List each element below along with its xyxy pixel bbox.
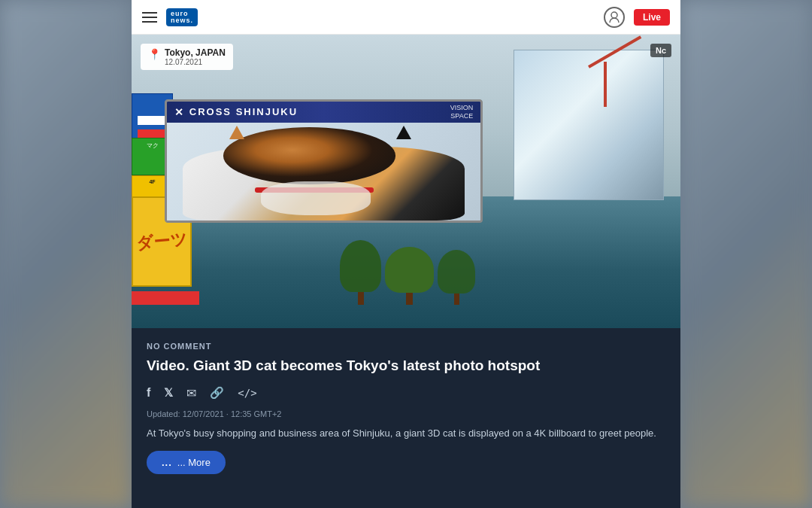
svg-point-0 [611,12,617,18]
trees-foreground [340,240,493,305]
blur-left-panel [0,0,132,508]
logo-news-text: news. [171,17,193,24]
location-pin-icon: 📍 [148,48,161,60]
facebook-share-button[interactable]: f [147,386,150,400]
article-tag: NO COMMENT [147,342,665,351]
blur-right-panel [680,0,812,508]
building-crane [514,50,664,200]
live-button[interactable]: Live [634,9,670,26]
embed-button[interactable]: </> [238,387,256,399]
more-dots: ... [162,457,172,468]
video-frame: マク 4F ダーツ ✕ CROSS SHINJUK [132,35,680,328]
nc-badge: Nc [650,44,671,57]
hamburger-menu-button[interactable] [142,12,157,23]
page-wrapper: euro news. Live [0,0,812,508]
location-badge: 📍 Tokyo, JAPAN 12.07.2021 [141,44,233,70]
billboard-cat-display [167,123,480,221]
more-button[interactable]: ... ... More [147,451,226,474]
share-row: f 𝕏 ✉ 🔗 </> [147,386,665,400]
article-excerpt: At Tokyo's busy shopping and business ar… [147,426,665,441]
billboard-vision: VISIONSPACE [450,104,474,120]
video-player[interactable]: マク 4F ダーツ ✕ CROSS SHINJUK [132,35,680,328]
article-title: Video. Giant 3D cat becomes Tokyo's late… [147,357,665,376]
site-logo[interactable]: euro news. [166,8,198,26]
billboard-logo: ✕ [174,106,183,118]
twitter-x-share-button[interactable]: 𝕏 [164,386,173,400]
billboard: ✕ CROSS SHINJUKU VISIONSPACE [165,99,483,223]
more-label: ... More [177,457,211,468]
copy-link-button[interactable]: 🔗 [210,386,224,400]
article-meta: Updated: 12/07/2021 · 12:35 GMT+2 [147,409,665,418]
email-share-button[interactable]: ✉ [186,386,196,400]
billboard-top-bar: ✕ CROSS SHINJUKU VISIONSPACE [167,102,480,123]
location-date-text: 12.07.2021 [165,58,226,66]
user-profile-button[interactable] [604,7,625,28]
location-city-text: Tokyo, JAPAN [165,47,226,58]
main-content-column: euro news. Live [132,0,680,508]
article-section: NO COMMENT Video. Giant 3D cat becomes T… [132,328,680,508]
billboard-brand: CROSS SHINJUKU [189,106,298,117]
site-header: euro news. Live [132,0,680,35]
